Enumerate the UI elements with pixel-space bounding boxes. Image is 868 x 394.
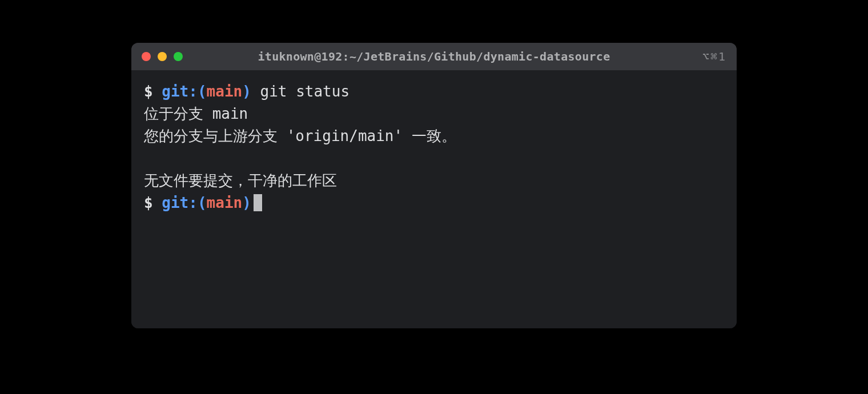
output-line-3: 无文件要提交，干净的工作区 (144, 170, 724, 192)
paren-close: ) (242, 83, 251, 100)
git-label: git: (162, 83, 198, 100)
output-line-2: 您的分支与上游分支 'origin/main' 一致。 (144, 125, 724, 147)
prompt-symbol: $ (144, 194, 162, 211)
paren-close: ) (242, 194, 251, 211)
paren-open: ( (198, 83, 207, 100)
output-line-1: 位于分支 main (144, 103, 724, 125)
tab-indicator: ⌥⌘1 (702, 50, 726, 63)
git-label: git: (162, 194, 198, 211)
window-title: ituknown@192:~/JetBrains/Github/dynamic-… (131, 50, 737, 63)
blank-line (144, 147, 724, 170)
prompt-line-2: $ git:(main) (144, 192, 724, 214)
branch-name: main (207, 83, 243, 100)
command-text: git status (251, 83, 349, 100)
prompt-symbol: $ (144, 83, 162, 100)
traffic-lights (142, 52, 183, 61)
cursor-icon (254, 194, 262, 211)
paren-open: ( (198, 194, 207, 211)
prompt-line-1: $ git:(main) git status (144, 81, 724, 103)
title-bar: ituknown@192:~/JetBrains/Github/dynamic-… (131, 43, 737, 70)
terminal-window: ituknown@192:~/JetBrains/Github/dynamic-… (131, 43, 737, 328)
close-icon[interactable] (142, 52, 151, 61)
minimize-icon[interactable] (158, 52, 167, 61)
maximize-icon[interactable] (174, 52, 183, 61)
branch-name: main (207, 194, 243, 211)
terminal-body[interactable]: $ git:(main) git status 位于分支 main 您的分支与上… (131, 70, 737, 328)
